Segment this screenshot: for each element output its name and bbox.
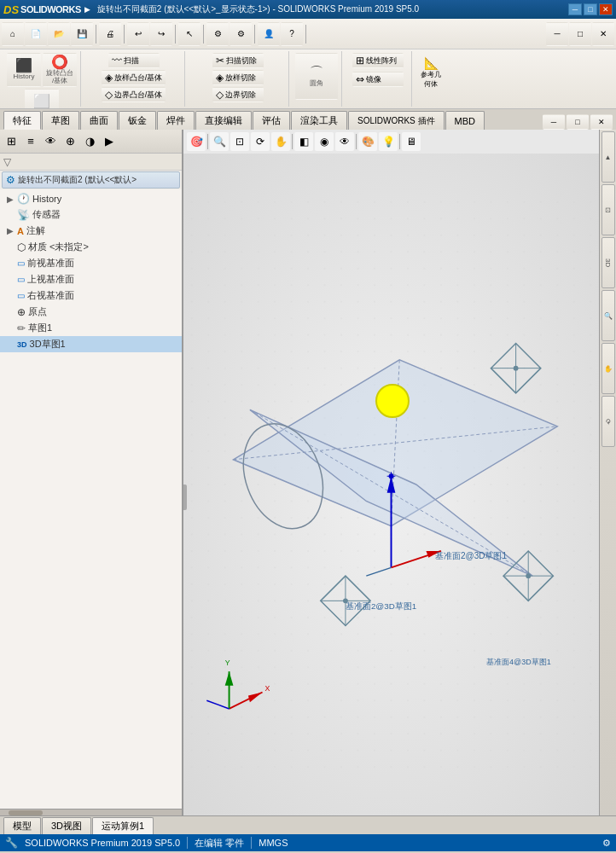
tab-plugins[interactable]: SOLIDWORKS 插件 (348, 111, 445, 130)
options-button[interactable]: ⚙ (206, 22, 229, 46)
sw-icon: 🔧 (5, 837, 18, 849)
view-btn-zoom[interactable]: 🔍 (601, 290, 615, 341)
annotation-label: 注解 (26, 224, 45, 237)
select-button[interactable]: ↖ (178, 22, 200, 46)
view-btn-top[interactable]: ▲ (601, 131, 615, 183)
tree-item-sketch1[interactable]: ✏ 草图1 (0, 320, 182, 336)
tab-features[interactable]: 特征 (3, 111, 41, 130)
main-toolbar: ⌂ 📄 📂 💾 🖨 ↩ ↪ ↖ ⚙ ⚙ 👤 ? ─ □ ✕ (0, 19, 616, 49)
view-btn-forward[interactable]: ▶ (100, 132, 119, 151)
status-sep2 (251, 837, 252, 849)
sweep-cut-button[interactable]: ✂ 扫描切除 (212, 53, 264, 68)
tree-item-sensors[interactable]: 📡 传感器 (0, 206, 182, 223)
undo-button[interactable]: ↩ (127, 22, 149, 46)
tab-weld[interactable]: 焊件 (157, 111, 195, 130)
viewport[interactable]: 🎯 🔍 ⊡ ⟳ ✋ ◧ ◉ 👁 🎨 💡 🖥 (183, 130, 616, 815)
app-version: SOLIDWORKS Premium 2019 SP5.0 (25, 838, 180, 848)
revolve-boss-button[interactable]: ⭕ 旋转凸台/基体 (43, 53, 77, 87)
sketch1-label: 草图1 (28, 322, 52, 334)
view-btn-3[interactable]: 👁 (41, 132, 60, 151)
maximize-button[interactable]: □ (584, 3, 597, 15)
boundary-cut-icon: ◇ (216, 89, 224, 101)
tree-item-front-plane[interactable]: ▭ 前视基准面 (0, 255, 182, 271)
tree-item-history[interactable]: ▶ 🕐 History (0, 191, 182, 206)
tab-surface[interactable]: 曲面 (80, 111, 118, 130)
redo-button[interactable]: ↪ (150, 22, 172, 46)
tree-item-origin[interactable]: ⊕ 原点 (0, 304, 182, 320)
vp-section-button[interactable]: ◧ (294, 132, 313, 151)
tree-item-3dsketch1[interactable]: 3D 3D草图1 (0, 336, 182, 352)
tree-item-annotations[interactable]: ▶ A 注解 (0, 223, 182, 239)
print-button[interactable]: 🖨 (99, 22, 121, 46)
close-button[interactable]: ✕ (599, 3, 613, 15)
extrude-icon: ⬛ (15, 59, 32, 73)
window-min[interactable]: ─ (546, 22, 568, 46)
home-button[interactable]: ⌂ (2, 22, 24, 46)
vp-hide-button[interactable]: 👁 (335, 132, 354, 151)
scroll-thumb[interactable] (9, 810, 43, 815)
minimize-button[interactable]: ─ (568, 3, 582, 15)
settings-button[interactable]: ⚙ (230, 22, 252, 46)
linear-pattern-button[interactable]: ⊞ 线性阵列 (352, 53, 404, 68)
view-btn-2[interactable]: ≡ (21, 132, 40, 151)
annotation-expand: ▶ (7, 226, 17, 235)
scan-button[interactable]: 〰 扫描 (108, 53, 160, 68)
tab-direct-edit[interactable]: 直接编辑 (195, 111, 252, 130)
sep1 (96, 25, 96, 44)
tab-close[interactable]: ✕ (590, 114, 613, 130)
tab-3dview[interactable]: 3D视图 (42, 817, 91, 834)
view-btn-3d[interactable]: 3D (601, 237, 615, 288)
open-button[interactable]: 📂 (48, 22, 70, 46)
user-button[interactable]: 👤 (258, 22, 280, 46)
mirror-button[interactable]: ⇔ 镜像 (352, 72, 404, 87)
tree-item-material[interactable]: ⬡ 材质 <未指定> (0, 239, 182, 255)
tab-evaluate[interactable]: 评估 (253, 111, 290, 130)
filter-bar: ▽ (0, 154, 182, 171)
right-plane-label: 右视基准面 (27, 289, 74, 302)
tab-render[interactable]: 渲染工具 (291, 111, 347, 130)
window-max[interactable]: □ (569, 22, 591, 46)
vp-zoom-button[interactable]: 🔍 (210, 132, 229, 151)
boundary-cut-button[interactable]: ◇ 边界切除 (212, 87, 264, 102)
loft-boss-button[interactable]: ◈ 放样凸台/基体 (102, 70, 166, 85)
window-close[interactable]: ✕ (592, 22, 614, 46)
tab-sketch[interactable]: 草图 (42, 111, 79, 130)
view-btn-fit[interactable]: ⊡ (601, 184, 615, 235)
vp-orient-button[interactable]: 🎯 (187, 132, 206, 151)
3d-scene[interactable]: 基准面2@3D草图1 Y X 基准面2@3D草图1 基准面4@3D草图1 (183, 154, 599, 815)
3dsketch1-icon: 3D (17, 340, 27, 349)
tree-item-top-plane[interactable]: ▭ 上视基准面 (0, 271, 182, 287)
resize-handle[interactable] (183, 485, 187, 510)
tab-minimize[interactable]: ─ (543, 114, 565, 130)
help-button[interactable]: ? (281, 22, 303, 46)
tab-sheetmetal[interactable]: 钣金 (119, 111, 156, 130)
tab-motion[interactable]: 运动算例1 (92, 817, 154, 834)
boundary-boss-button[interactable]: ◇ 边界凸台/基体 (102, 87, 166, 102)
view-btn-pan[interactable]: ✋ (601, 343, 615, 394)
vp-color-button[interactable]: 🎨 (358, 132, 377, 151)
tab-model[interactable]: 模型 (3, 817, 41, 834)
view-btn-4[interactable]: ⊕ (61, 132, 79, 151)
loft-cut-button[interactable]: ◈ 放样切除 (212, 70, 264, 85)
new-button[interactable]: 📄 (25, 22, 47, 46)
tab-mbd[interactable]: MBD (445, 111, 485, 130)
vp-fit-button[interactable]: ⊡ (230, 132, 249, 151)
vp-display-button[interactable]: ◉ (315, 132, 334, 151)
fillet-button[interactable]: ⌒ 圆角 (295, 53, 338, 100)
view-btn-rotate[interactable]: ⟳ (601, 396, 615, 447)
vp-pan-button[interactable]: ✋ (271, 132, 290, 151)
vp-rotate-button[interactable]: ⟳ (251, 132, 270, 151)
extrude-cut-button[interactable]: ⬜ 拉伸切除 (25, 89, 59, 109)
sweep-row3: ◇ 边界凸台/基体 (102, 87, 166, 102)
vp-light-button[interactable]: 💡 (379, 132, 398, 151)
vp-screen-button[interactable]: 🖥 (402, 132, 421, 151)
view-btn-1[interactable]: ⊞ (2, 132, 20, 151)
save-button[interactable]: 💾 (71, 22, 93, 46)
view-btn-5[interactable]: ◑ (80, 132, 99, 151)
reference-button[interactable]: 📐 参考几何体 (419, 53, 443, 92)
tree-item-right-plane[interactable]: ▭ 右视基准面 (0, 287, 182, 304)
tree-header-text: 旋转出不同截面2 (默认<<默认> (18, 174, 137, 186)
extrude-boss-button[interactable]: ⬛ History (7, 53, 41, 87)
horizontal-scrollbar[interactable] (0, 809, 182, 815)
tab-restore[interactable]: □ (567, 114, 589, 130)
